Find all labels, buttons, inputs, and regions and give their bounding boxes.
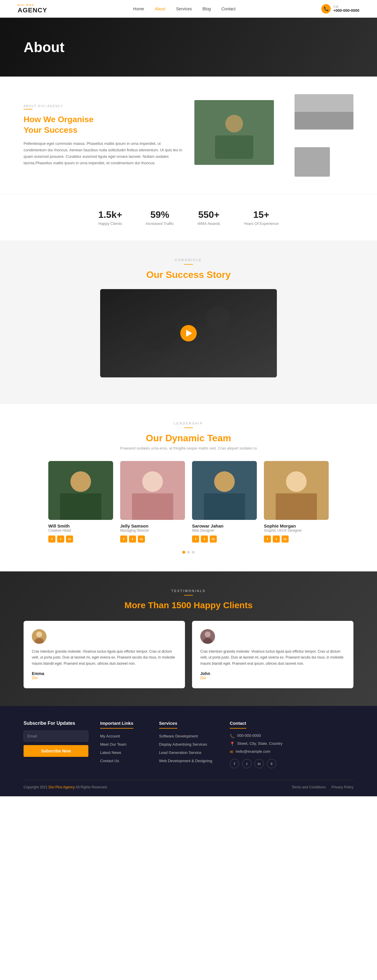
contact-email-text: hello@example.com — [236, 749, 270, 754]
team-heading: Our Dynamic Team — [24, 433, 353, 444]
twitter-icon-1[interactable]: t — [129, 536, 136, 542]
phone-cta: 📞 Call +000-000-0000 — [321, 4, 359, 14]
success-tag-line — [184, 264, 193, 265]
link-meet-team[interactable]: Meet Our Team — [100, 741, 147, 747]
nav-blog[interactable]: Blog — [202, 6, 211, 11]
svg-point-1 — [225, 115, 243, 132]
dot-1[interactable] — [182, 551, 185, 554]
testimonial-cards: Cras interdum gravida molestie. Vivamus … — [24, 621, 353, 688]
stat-awards: 550+ WMA Awards — [198, 209, 220, 226]
stats-section: 1.5k+ Happy Clients 59% Increased Traffi… — [0, 194, 377, 240]
linkedin-icon-1[interactable]: in — [138, 536, 145, 542]
dot-3[interactable] — [192, 551, 195, 554]
footer-twitter[interactable]: t — [242, 759, 252, 768]
footer-linkedin[interactable]: li — [267, 759, 276, 768]
testimonial-text-1: Cras interdum gravida molestie. Vivamus … — [200, 649, 345, 667]
team-tag: LEADERSHIP — [24, 422, 353, 425]
nav-about[interactable]: About — [155, 6, 166, 11]
facebook-icon-1[interactable]: f — [120, 536, 127, 542]
service-display[interactable]: Display Advertising Services — [159, 741, 218, 747]
footer-important-links: Important Links My Account Meet Our Team… — [100, 721, 147, 768]
twitter-icon-0[interactable]: t — [57, 536, 64, 542]
avatar-john — [200, 629, 215, 644]
svg-point-20 — [286, 471, 307, 492]
about-bottom-image — [294, 147, 330, 177]
team-name-0: Will Smith — [48, 523, 113, 528]
service-lead[interactable]: Lead Generation Service — [159, 750, 218, 755]
footer-copyright: Copyright 2021 Divi Plus Agency All Righ… — [24, 785, 108, 789]
team-photo-placeholder — [194, 100, 274, 165]
subscribe-email-input[interactable] — [24, 731, 88, 741]
link-latest-news[interactable]: Latest News — [100, 750, 147, 755]
linkedin-icon-0[interactable]: in — [66, 536, 73, 542]
team-heading-end: Team — [207, 433, 231, 443]
success-heading-highlight: Success — [166, 269, 204, 280]
logo[interactable]: Divi Plus AGENCY — [18, 3, 47, 14]
service-web[interactable]: Web Development & Designing — [159, 758, 218, 763]
nav-services[interactable]: Services — [176, 6, 192, 11]
team-card-1: Jelly Samson Managing Director f t in — [120, 461, 185, 542]
team-card-3: Sophie Morgan Graphic UI/UX Designer f t… — [264, 461, 329, 542]
about-main-image — [194, 100, 274, 165]
subscribe-button[interactable]: Subscribe Now — [24, 745, 88, 757]
nav-home[interactable]: Home — [133, 6, 144, 11]
location-icon: 📍 — [230, 741, 235, 746]
team-name-2: Sarowar Jahan — [192, 523, 257, 528]
services-list: Software Development Display Advertising… — [159, 733, 218, 763]
testimonial-card-0: Cras interdum gravida molestie. Vivamus … — [24, 621, 185, 688]
team-role-2: Web Designer — [192, 528, 257, 533]
link-my-account[interactable]: My Account — [100, 733, 147, 738]
link-contact-us[interactable]: Contact Us — [100, 758, 147, 763]
video-container[interactable] — [100, 289, 277, 377]
about-underline — [24, 109, 32, 110]
facebook-icon-2[interactable]: f — [192, 536, 199, 542]
svg-rect-12 — [60, 493, 101, 520]
twitter-icon-2[interactable]: t — [201, 536, 208, 542]
footer-facebook[interactable]: f — [230, 759, 239, 768]
team-role-3: Graphic UI/UX Designer — [264, 528, 329, 533]
video-overlay — [100, 289, 277, 377]
testimonial-text-0: Cras interdum gravida molestie. Vivamus … — [32, 649, 177, 667]
terms-link[interactable]: Terms and Conditions — [292, 785, 326, 789]
team-heading-highlight: Dynamic — [165, 433, 204, 443]
stat-traffic: 59% Increased Traffic — [146, 209, 174, 226]
about-tag: ABOUT DIVI AGENCY — [24, 105, 183, 108]
testimonial-role-0: Divi — [32, 676, 177, 680]
team-social-0: f t in — [48, 536, 113, 542]
team-social-2: f t in — [192, 536, 257, 542]
facebook-icon-0[interactable]: f — [48, 536, 55, 542]
subscribe-heading: Subscribe For Updates — [24, 721, 88, 726]
twitter-icon-3[interactable]: t — [273, 536, 280, 542]
footer-brand-link[interactable]: Divi Plus Agency — [49, 785, 75, 789]
footer-contact: Contact 📞 000-000-0000 📍 Street, City, S… — [230, 721, 289, 768]
contact-address: 📍 Street, City, State, Country — [230, 741, 289, 746]
team-photo-sophie — [264, 461, 329, 520]
linkedin-icon-2[interactable]: in — [210, 536, 217, 542]
contact-phone: 📞 000-000-0000 — [230, 733, 289, 738]
svg-rect-18 — [204, 493, 245, 520]
service-software[interactable]: Software Development — [159, 733, 218, 738]
play-button[interactable] — [180, 325, 197, 342]
footer-services: Services Software Development Display Ad… — [159, 721, 218, 768]
svg-point-14 — [142, 471, 163, 492]
team-grid: Will Smith Creative Head f t in Jelly Sa… — [24, 461, 353, 542]
nav-contact[interactable]: Contact — [221, 6, 235, 11]
dot-2[interactable] — [187, 551, 190, 554]
svg-rect-2 — [215, 135, 253, 159]
facebook-icon-3[interactable]: f — [264, 536, 271, 542]
stat-number-3: 15+ — [244, 209, 279, 220]
team-card-2: Sarowar Jahan Web Designer f t in — [192, 461, 257, 542]
footer-instagram[interactable]: in — [254, 759, 264, 768]
office-photo-placeholder — [294, 94, 353, 129]
footer-social-links: f t in li — [230, 759, 289, 768]
svg-point-17 — [214, 471, 235, 492]
call-label: Call — [333, 5, 359, 8]
testimonials-tag: TESTIMONIALS — [24, 589, 353, 593]
team-role-1: Managing Director — [120, 528, 185, 533]
about-heading-line2: Your Success — [24, 126, 77, 135]
privacy-link[interactable]: Privacy Policy — [331, 785, 353, 789]
svg-point-26 — [205, 632, 211, 637]
contact-address-text: Street, City, State, Country — [237, 741, 283, 746]
about-top-image — [294, 94, 353, 129]
linkedin-icon-3[interactable]: in — [281, 536, 289, 542]
